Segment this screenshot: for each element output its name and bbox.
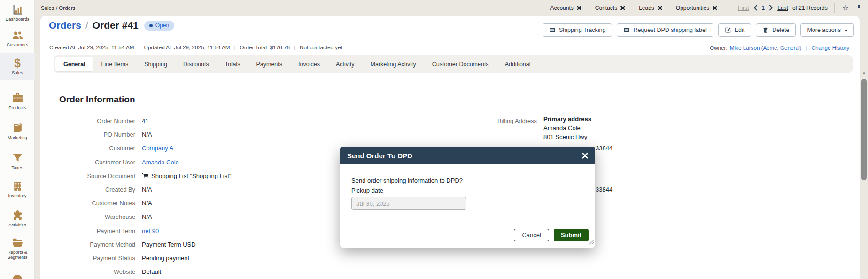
field-value: 41 bbox=[142, 117, 148, 124]
owner-link[interactable]: Mike Larson (Acme, General) bbox=[730, 45, 802, 51]
submit-button[interactable]: Submit bbox=[554, 229, 589, 241]
favorite-star-icon[interactable]: ☆ bbox=[842, 4, 849, 12]
prev-record-icon[interactable] bbox=[753, 5, 758, 11]
sidebar-item-reports-segments[interactable]: Reports & Segments bbox=[0, 237, 35, 260]
sidebar-item-label: Reports & Segments bbox=[1, 250, 34, 260]
folder-icon bbox=[12, 237, 23, 248]
pickup-date-input[interactable] bbox=[351, 197, 466, 210]
field-row-created-by: Created ByN/A bbox=[47, 183, 231, 196]
field-value: N/A bbox=[142, 131, 152, 138]
tab-customer-documents[interactable]: Customer Documents bbox=[424, 57, 497, 71]
close-icon[interactable] bbox=[582, 153, 588, 159]
first-record-link[interactable]: First bbox=[738, 5, 749, 11]
change-history-link[interactable]: Change History bbox=[811, 45, 849, 51]
sidebar-item-taxes[interactable]: Taxes bbox=[0, 152, 35, 170]
field-value-text: 41 bbox=[142, 117, 148, 124]
field-value-text: Default bbox=[142, 268, 161, 275]
field-row-payment-status: Payment StatusPending payment bbox=[47, 251, 231, 265]
order-tabs: GeneralLine ItemsShippingDiscountsTotals… bbox=[54, 55, 852, 73]
field-value-text: Pending payment bbox=[142, 255, 189, 262]
field-value-text: N/A bbox=[142, 213, 152, 220]
pin-page-icon[interactable] bbox=[855, 4, 862, 11]
list-card-icon bbox=[623, 27, 630, 33]
meta-label: Order Total: bbox=[240, 44, 269, 50]
last-record-link[interactable]: Last bbox=[777, 5, 788, 11]
pinned-tab-leads[interactable]: Leads bbox=[639, 5, 662, 11]
field-label: Payment Method bbox=[47, 241, 135, 248]
field-label: Payment Term bbox=[47, 227, 135, 234]
meta-divider: | bbox=[294, 44, 295, 50]
modal-divider bbox=[340, 225, 595, 225]
tab-shipping[interactable]: Shipping bbox=[136, 57, 175, 71]
sidebar-item-customers[interactable]: Customers bbox=[0, 29, 35, 47]
field-row-customer-notes: Customer NotesN/A bbox=[47, 196, 231, 210]
next-record-icon[interactable] bbox=[769, 5, 773, 11]
sidebar-item-activities[interactable]: Activities bbox=[0, 209, 35, 228]
shipping-tracking-button[interactable]: Shipping Tracking bbox=[542, 23, 612, 37]
meta-value: Jul 29, 2025, 11:54 AM bbox=[174, 44, 230, 50]
book-icon bbox=[12, 122, 23, 134]
delete-button[interactable]: Delete bbox=[756, 23, 796, 37]
meta-label: Created At: bbox=[49, 44, 77, 50]
request-dpd-shipping-label-button[interactable]: Request DPD shipping label bbox=[617, 23, 713, 37]
bar-chart-icon bbox=[12, 4, 23, 16]
tab-general[interactable]: General bbox=[55, 57, 93, 71]
close-icon[interactable] bbox=[620, 6, 625, 10]
scrollbar-up-arrow-icon[interactable]: ▲ bbox=[862, 70, 866, 75]
tab-additional[interactable]: Additional bbox=[497, 57, 539, 71]
sidebar-item-label: Products bbox=[1, 105, 34, 110]
sidebar-item-products[interactable]: Products bbox=[0, 92, 35, 110]
cancel-button[interactable]: Cancel bbox=[514, 229, 549, 241]
close-icon[interactable] bbox=[658, 6, 662, 10]
pinned-tab-contacts[interactable]: Contacts bbox=[595, 5, 625, 11]
field-label: Payment Status bbox=[47, 255, 135, 262]
field-value: N/A bbox=[142, 213, 152, 220]
pickup-date-label: Pickup date bbox=[351, 187, 584, 194]
field-row-warehouse: WarehouseN/A bbox=[47, 210, 231, 224]
sidebar-item-inventory[interactable]: Inventory bbox=[0, 180, 35, 199]
field-value: Amanda Cole bbox=[142, 159, 179, 166]
sidebar-item-label: Activities bbox=[1, 223, 34, 228]
tab-totals[interactable]: Totals bbox=[217, 57, 248, 71]
sidebar-item-sales[interactable]: $Sales bbox=[0, 53, 35, 80]
meta-label: Updated At: bbox=[144, 44, 172, 50]
meta-item: Not contacted yet bbox=[300, 44, 342, 50]
billing-address-title: Primary address bbox=[543, 115, 591, 124]
modal-footer: Cancel Submit bbox=[514, 229, 589, 241]
close-icon[interactable] bbox=[713, 6, 717, 10]
field-value: N/A bbox=[142, 200, 152, 207]
field-row-payment-term: Payment Termnet 90 bbox=[47, 224, 231, 238]
tab-activity[interactable]: Activity bbox=[328, 57, 363, 71]
sidebar-item-label: Taxes bbox=[1, 165, 34, 170]
field-row-order-number: Order Number41 bbox=[47, 114, 231, 128]
sidebar-item-dashboards[interactable]: Dashboards bbox=[0, 4, 35, 22]
topbar-divider bbox=[834, 3, 835, 13]
more-actions-button[interactable]: More actions▾ bbox=[800, 23, 854, 37]
close-icon[interactable] bbox=[577, 6, 581, 10]
sidebar-item-label: Dashboards bbox=[1, 17, 34, 22]
pinned-tab-opportunities[interactable]: Opportunities bbox=[676, 5, 717, 11]
field-value-link[interactable]: Company A bbox=[142, 145, 173, 152]
partial-menu-icon[interactable] bbox=[13, 275, 22, 279]
field-value-link[interactable]: net 90 bbox=[142, 227, 159, 234]
orders-breadcrumb-link[interactable]: Orders bbox=[49, 20, 81, 31]
tab-invoices[interactable]: Invoices bbox=[290, 57, 328, 71]
sidebar-item-marketing[interactable]: Marketing bbox=[0, 122, 35, 140]
pinned-tab-accounts[interactable]: Accounts bbox=[550, 5, 581, 11]
edit-button[interactable]: Edit bbox=[718, 23, 752, 37]
owner-label: Owner: bbox=[710, 45, 728, 51]
scrollbar-thumb[interactable] bbox=[861, 79, 867, 180]
record-meta: Created At: Jul 29, 2025, 11:54 AM|Updat… bbox=[49, 44, 342, 50]
list-card-icon bbox=[549, 27, 556, 33]
field-value-link[interactable]: Amanda Cole bbox=[142, 159, 179, 166]
modal-header: Send Order To DPD bbox=[340, 147, 595, 164]
field-label: Customer Notes bbox=[47, 200, 135, 207]
tab-payments[interactable]: Payments bbox=[248, 57, 290, 71]
tab-discounts[interactable]: Discounts bbox=[175, 57, 217, 71]
field-label: Order Number bbox=[47, 117, 135, 124]
action-buttons: Shipping TrackingRequest DPD shipping la… bbox=[542, 23, 854, 37]
resize-handle[interactable] bbox=[589, 238, 594, 247]
tab-line-items[interactable]: Line Items bbox=[93, 57, 137, 71]
tab-marketing-activity[interactable]: Marketing Activity bbox=[362, 57, 424, 71]
billing-address-label: Billing Address bbox=[451, 117, 537, 124]
